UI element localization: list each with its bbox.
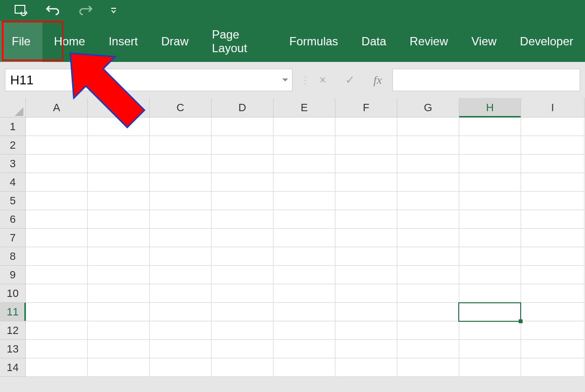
row-header[interactable]: 13 — [0, 340, 26, 358]
cell[interactable] — [150, 136, 212, 155]
cell[interactable] — [88, 155, 150, 173]
cell[interactable] — [335, 358, 397, 377]
cell[interactable] — [26, 155, 88, 173]
row-header[interactable]: 8 — [0, 247, 26, 266]
col-header-f[interactable]: F — [335, 98, 397, 117]
cell[interactable] — [335, 303, 397, 321]
worksheet-grid[interactable]: A B C D E F G H I 1 2 3 4 5 6 7 8 9 10 1… — [0, 98, 585, 377]
cell[interactable] — [273, 136, 335, 155]
cell[interactable] — [212, 136, 273, 155]
cell[interactable] — [212, 192, 273, 210]
cell[interactable] — [521, 247, 585, 266]
select-all-triangle[interactable] — [0, 98, 26, 117]
cell[interactable] — [459, 266, 521, 284]
cell[interactable] — [397, 210, 459, 229]
cell[interactable] — [521, 266, 585, 284]
cell[interactable] — [459, 229, 521, 247]
cell[interactable] — [212, 321, 273, 340]
cell[interactable] — [88, 321, 150, 340]
cell[interactable] — [273, 118, 335, 136]
cell[interactable] — [521, 229, 585, 247]
cell[interactable] — [273, 210, 335, 229]
cell[interactable] — [26, 340, 88, 358]
cell[interactable] — [397, 321, 459, 340]
cell[interactable] — [150, 210, 212, 229]
row-header[interactable]: 11 — [0, 303, 26, 321]
cell[interactable] — [212, 229, 273, 247]
cell[interactable] — [273, 340, 335, 358]
cell[interactable] — [88, 229, 150, 247]
cell[interactable] — [521, 284, 585, 303]
cell[interactable] — [397, 340, 459, 358]
cell[interactable] — [397, 247, 459, 266]
cell[interactable] — [397, 358, 459, 377]
cell[interactable] — [88, 303, 150, 321]
cell[interactable] — [150, 118, 212, 136]
cell[interactable] — [26, 266, 88, 284]
cell[interactable] — [273, 303, 335, 321]
cell[interactable] — [88, 284, 150, 303]
name-box[interactable] — [5, 69, 292, 91]
tab-insert[interactable]: Insert — [97, 21, 150, 62]
cell[interactable] — [397, 229, 459, 247]
cell[interactable] — [397, 136, 459, 155]
customize-qat-icon[interactable] — [110, 7, 117, 14]
cell[interactable] — [521, 118, 585, 136]
row-header[interactable]: 14 — [0, 358, 26, 377]
cell[interactable] — [397, 284, 459, 303]
cell[interactable] — [335, 136, 397, 155]
cell[interactable] — [150, 192, 212, 210]
formula-bar-input[interactable] — [392, 69, 580, 91]
tab-file[interactable]: File — [0, 21, 42, 62]
cell[interactable] — [88, 210, 150, 229]
name-box-input[interactable] — [5, 69, 292, 91]
cell[interactable] — [150, 284, 212, 303]
cell[interactable] — [212, 303, 273, 321]
cell[interactable] — [521, 303, 585, 321]
row-header[interactable]: 2 — [0, 136, 26, 155]
cell[interactable] — [397, 155, 459, 173]
cell[interactable] — [212, 247, 273, 266]
fill-handle[interactable] — [519, 319, 523, 323]
tab-data[interactable]: Data — [350, 21, 398, 62]
col-header-h[interactable]: H — [459, 98, 521, 117]
cell[interactable] — [88, 340, 150, 358]
cell[interactable] — [397, 118, 459, 136]
cell[interactable] — [335, 266, 397, 284]
cell[interactable] — [521, 358, 585, 377]
cell[interactable] — [335, 321, 397, 340]
cell[interactable] — [212, 266, 273, 284]
cell[interactable] — [212, 155, 273, 173]
col-header-g[interactable]: G — [397, 98, 459, 117]
cell[interactable] — [335, 229, 397, 247]
cell[interactable] — [212, 173, 273, 192]
cell[interactable] — [459, 284, 521, 303]
row-header[interactable]: 10 — [0, 284, 26, 303]
tab-developer[interactable]: Developer — [508, 21, 585, 62]
row-header[interactable]: 5 — [0, 192, 26, 210]
tab-review[interactable]: Review — [398, 21, 460, 62]
tab-formulas[interactable]: Formulas — [278, 21, 350, 62]
cell[interactable] — [521, 155, 585, 173]
cell[interactable] — [26, 321, 88, 340]
tab-home[interactable]: Home — [42, 21, 97, 62]
cell[interactable] — [459, 321, 521, 340]
col-header-e[interactable]: E — [273, 98, 335, 117]
insert-function-button[interactable]: fx — [373, 74, 382, 87]
cell[interactable] — [459, 303, 521, 321]
row-header[interactable]: 7 — [0, 229, 26, 247]
cell[interactable] — [521, 210, 585, 229]
cell[interactable] — [26, 303, 88, 321]
save-sync-icon[interactable] — [15, 5, 28, 17]
cell[interactable] — [521, 340, 585, 358]
row-header[interactable]: 12 — [0, 321, 26, 340]
cell[interactable] — [26, 136, 88, 155]
row-header[interactable]: 6 — [0, 210, 26, 229]
tab-draw[interactable]: Draw — [150, 21, 200, 62]
cell[interactable] — [212, 358, 273, 377]
cell[interactable] — [521, 192, 585, 210]
cell[interactable] — [150, 173, 212, 192]
cell[interactable] — [150, 266, 212, 284]
cell[interactable] — [459, 210, 521, 229]
cell[interactable] — [521, 136, 585, 155]
